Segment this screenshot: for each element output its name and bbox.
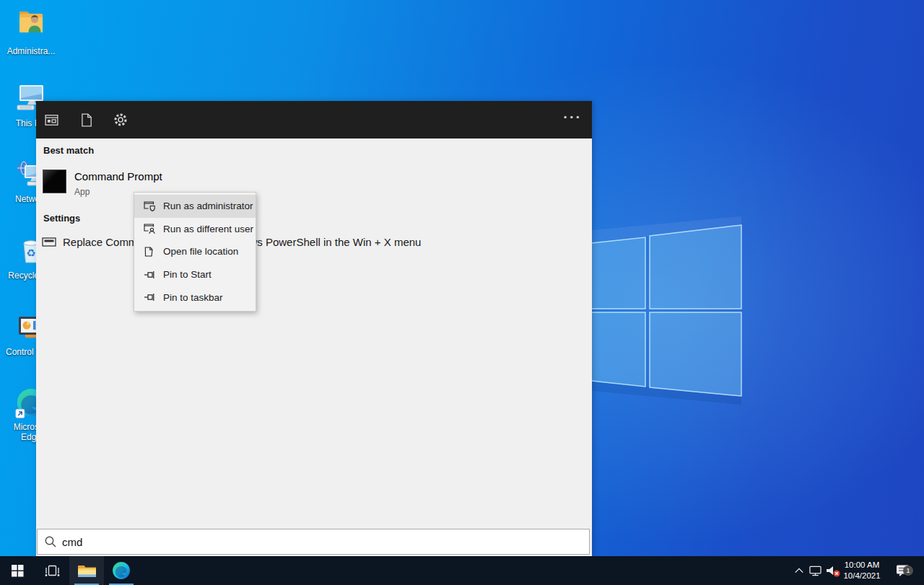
menu-item-label: Pin to taskbar	[163, 292, 223, 303]
context-menu: Run as administrator Run as different us…	[134, 192, 256, 312]
pin-icon	[144, 291, 155, 303]
edge-icon	[112, 561, 131, 580]
menu-item-open-file-location[interactable]: Open file location	[134, 240, 256, 263]
search-box	[37, 529, 590, 555]
menu-item-label: Run as administrator	[163, 201, 253, 211]
windows-logo-wallpaper	[585, 216, 744, 405]
best-match-heading: Best match	[43, 145, 94, 156]
run-as-admin-icon	[144, 201, 155, 212]
menu-item-label: Open file location	[163, 246, 238, 257]
menu-item-pin-to-taskbar[interactable]: Pin to taskbar	[134, 286, 256, 309]
file-explorer-icon	[77, 563, 97, 579]
menu-item-label: Pin to Start	[163, 269, 212, 280]
notification-badge: 1	[903, 566, 913, 576]
menu-item-label: Run as different user	[163, 224, 253, 234]
task-view-icon	[45, 563, 60, 578]
clock-time: 10:00 AM	[840, 560, 884, 571]
menu-item-pin-to-start[interactable]: Pin to Start	[134, 263, 256, 286]
volume-muted-icon	[825, 564, 841, 578]
windows-start-icon	[12, 565, 24, 577]
search-input[interactable]	[62, 529, 582, 554]
chevron-up-icon	[794, 566, 804, 576]
network-tray-button[interactable]	[807, 556, 824, 585]
more-options-button[interactable]: ...	[563, 105, 582, 122]
apps-filter-icon[interactable]	[40, 110, 62, 130]
ethernet-network-icon	[808, 565, 822, 577]
file-explorer-taskbar-button[interactable]	[69, 556, 104, 585]
taskbar: 10:00 AM 10/4/2021 1	[0, 556, 924, 585]
setting-window-icon	[42, 237, 57, 250]
desktop-icon-administrator[interactable]: Administra...	[6, 6, 56, 61]
command-prompt-icon	[43, 170, 66, 193]
edge-taskbar-button[interactable]	[104, 556, 139, 585]
pin-icon	[144, 269, 155, 281]
clock-date: 10/4/2021	[840, 571, 884, 581]
menu-item-run-as-different-user[interactable]: Run as different user	[134, 218, 256, 241]
result-title: Command Prompt	[74, 170, 162, 182]
run-as-different-user-icon	[144, 223, 155, 234]
task-view-button[interactable]	[35, 556, 69, 585]
desktop-icon-label: Administra...	[6, 46, 56, 56]
settings-heading: Settings	[43, 213, 80, 224]
search-flyout-panel: ... Best match Command Prompt App Settin…	[36, 101, 592, 556]
result-subtitle: App	[74, 187, 90, 197]
menu-item-run-as-administrator[interactable]: Run as administrator	[134, 195, 256, 218]
open-file-location-icon	[144, 246, 155, 258]
best-match-result-command-prompt[interactable]: Command Prompt App	[36, 164, 592, 204]
action-center-button[interactable]: 1	[889, 556, 917, 585]
user-folder-icon	[15, 6, 47, 38]
taskbar-clock[interactable]: 10:00 AM 10/4/2021	[840, 556, 884, 585]
svg-text:♻: ♻	[26, 247, 35, 260]
start-button[interactable]	[0, 556, 35, 585]
documents-filter-icon[interactable]	[75, 110, 97, 130]
search-filter-bar: ...	[36, 101, 592, 138]
tray-chevron-button[interactable]	[791, 556, 807, 585]
settings-result-row[interactable]: Replace Command Prompt with Windows Powe…	[36, 232, 592, 254]
settings-filter-icon[interactable]	[110, 110, 131, 130]
search-icon	[44, 535, 57, 551]
